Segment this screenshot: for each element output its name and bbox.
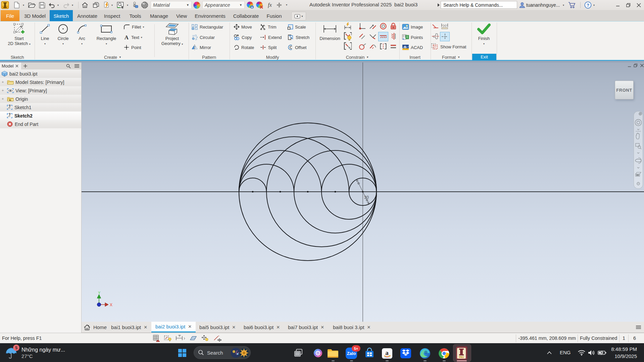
copilot-button[interactable] (313, 348, 323, 358)
doc-tab-bai5-close-icon[interactable]: ✕ (232, 325, 236, 330)
sketch-drawing[interactable]: 30 (82, 62, 644, 322)
tree-item-sketch1[interactable]: Sketch1 (0, 103, 81, 111)
tree-item-sketch2-selected[interactable]: Sketch2 (0, 111, 81, 120)
viewcube-front-face[interactable]: FRONT (616, 88, 632, 93)
tray-chevron-button[interactable] (546, 350, 553, 355)
qat-overflow-dropdown[interactable]: ▾ (286, 4, 289, 6)
weather-widget[interactable]: 5 Những ngày mư... 27°C (5, 346, 65, 360)
dropbox-button[interactable] (399, 348, 412, 359)
chrome-button[interactable] (438, 348, 450, 359)
lightning-dropdown[interactable]: ▾ (111, 4, 114, 7)
tree-item-view[interactable]: + View: [Primary] (0, 86, 81, 95)
show-constraints-button[interactable] (344, 32, 352, 40)
adjust-appearance-icon[interactable] (246, 1, 254, 9)
insert-acad-button[interactable]: ACAD (402, 44, 423, 51)
help-search-input[interactable]: Search Help & Commands... (441, 1, 517, 9)
undo-dropdown[interactable]: ▾ (57, 4, 60, 7)
perpendicular-constraint-button[interactable] (369, 32, 377, 40)
tab-manage[interactable]: Manage (149, 10, 169, 21)
search-reward-icon[interactable] (239, 348, 249, 358)
store-cart-icon[interactable] (568, 1, 576, 9)
ms-store-button[interactable] (363, 348, 376, 359)
format-centerline-button[interactable] (431, 32, 439, 40)
tab-collaborate[interactable]: Collaborate (232, 10, 260, 21)
browser-search-icon[interactable] (66, 64, 71, 69)
window-close-button[interactable] (634, 0, 643, 10)
inventor-logo[interactable] (1, 1, 9, 9)
line-button[interactable]: Line ▾ (37, 23, 53, 46)
panel-label-format[interactable]: Format▼ (431, 54, 472, 60)
expander-plus-icon[interactable]: + (2, 89, 5, 92)
expander-plus-icon[interactable]: + (2, 81, 5, 84)
taskbar-search-box[interactable]: Search (194, 346, 251, 359)
clear-appearance-icon[interactable] (255, 1, 263, 9)
constraint-settings-button[interactable] (344, 42, 352, 50)
tab-fusion[interactable]: Fusion (266, 10, 283, 21)
tree-item-part[interactable]: bai2 buoi3.ipt (0, 70, 81, 78)
smooth-constraint-button[interactable] (369, 42, 377, 50)
appearance-combo[interactable]: Appearance ▼ (202, 1, 245, 9)
render-sphere-button[interactable] (141, 1, 149, 9)
stretch-button[interactable]: Stretch (287, 34, 309, 41)
horizontal-constraint-button-selected[interactable] (378, 32, 388, 41)
dimension-display-toggle-icon[interactable] (176, 334, 186, 342)
browser-menu-icon[interactable] (75, 64, 79, 68)
viewcube[interactable]: FRONT (615, 81, 634, 99)
insert-points-button[interactable]: Points (402, 34, 423, 41)
expander-plus-icon[interactable]: + (2, 97, 5, 100)
rotate-button[interactable]: Rotate (234, 44, 254, 51)
auto-dimension-button[interactable] (344, 22, 352, 30)
panel-label-sketch[interactable]: Sketch (0, 54, 35, 60)
snap-points-toggle-icon[interactable] (201, 334, 209, 342)
doc-tab-bai6-close-icon[interactable]: ✕ (276, 325, 280, 330)
tray-clock[interactable]: 8:48:59 PM 10/9/2025 (610, 346, 637, 360)
format-centerpoint-button-selected[interactable] (440, 32, 450, 41)
doc-tab-bai8-close-icon[interactable]: ✕ (367, 325, 370, 330)
navigation-bar-icons[interactable] (634, 111, 643, 188)
arc-button[interactable]: Arc ▾ (75, 23, 89, 46)
username-label[interactable]: tuananhnguye... (526, 2, 560, 8)
home-button[interactable] (81, 1, 89, 9)
insert-image-button[interactable]: Image (402, 23, 423, 31)
circle-button[interactable]: Circle ▾ (54, 23, 72, 46)
new-file-dropdown[interactable]: ▾ (23, 4, 26, 7)
tab-view[interactable]: View (175, 10, 188, 21)
save-button[interactable] (38, 1, 46, 9)
capture-button[interactable] (116, 1, 125, 9)
doc-tab-bai1-close-icon[interactable]: ✕ (144, 325, 147, 330)
doc-tab-home[interactable]: Home (84, 322, 107, 332)
circular-pattern-button[interactable]: Circular (191, 34, 215, 41)
split-button[interactable]: Split (260, 44, 277, 51)
redo-dropdown[interactable]: ▾ (72, 4, 75, 7)
redo-button[interactable] (63, 1, 71, 9)
panel-label-exit[interactable]: Exit (472, 54, 496, 60)
line-dropdown[interactable]: ▾ (44, 41, 46, 46)
format-linetype-button[interactable] (431, 22, 439, 30)
parameters-fx-button[interactable]: fx (266, 1, 274, 9)
doc-tab-bai5[interactable]: bai5 buoi3.ipt ✕ (199, 322, 236, 332)
tab-overflow-menu-icon[interactable] (636, 325, 641, 329)
circle-dropdown[interactable]: ▾ (62, 41, 64, 46)
doc-restore-button[interactable] (634, 63, 638, 67)
symmetric-constraint-button[interactable] (379, 42, 387, 50)
scale-button[interactable]: Scale (287, 23, 306, 31)
tray-language-label[interactable]: ENG (560, 350, 571, 355)
copy-button[interactable]: Copy (234, 34, 252, 41)
doc-tab-bai7-close-icon[interactable]: ✕ (320, 325, 324, 330)
task-view-button[interactable] (293, 348, 303, 358)
device-sync-button[interactable] (131, 1, 139, 9)
rectangle-button[interactable]: Rectangle ▾ (93, 23, 119, 46)
graphics-canvas[interactable]: 30 Y X FRONT (82, 62, 644, 322)
fillet-button[interactable]: Fillet ▾ (123, 23, 144, 31)
panel-label-modify[interactable]: Modify (230, 54, 315, 60)
lock-constraint-button[interactable] (389, 22, 397, 30)
move-button[interactable]: Move (234, 23, 252, 31)
precise-input-toggle-icon[interactable] (213, 334, 221, 342)
amazon-button[interactable]: a (381, 348, 393, 359)
extend-button[interactable]: Extend (260, 34, 282, 41)
doc-close-button[interactable] (640, 63, 644, 67)
rectangle-dropdown[interactable]: ▾ (106, 41, 107, 46)
offset-button[interactable]: Offset (287, 44, 306, 51)
new-file-button[interactable] (13, 1, 21, 9)
user-dropdown[interactable]: ▾ (563, 4, 565, 7)
